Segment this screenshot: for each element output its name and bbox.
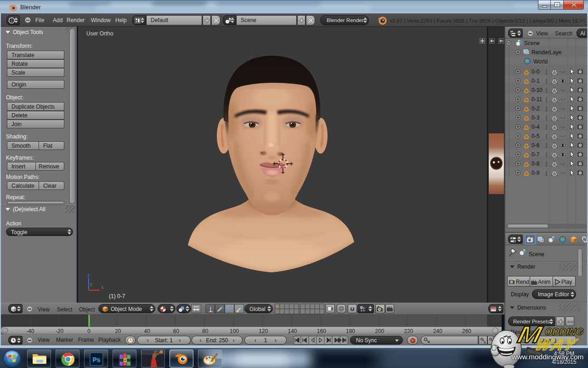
svg-text:0-8: 0-8 [531, 161, 540, 167]
svg-text:0-0: 0-0 [531, 69, 540, 75]
svg-text:|: | [546, 115, 547, 121]
svg-text:|: | [546, 96, 547, 103]
svg-text:0-9: 0-9 [531, 170, 540, 176]
svg-text:|: | [546, 78, 547, 84]
svg-text:0-11: 0-11 [531, 96, 542, 103]
svg-text:|: | [546, 124, 547, 130]
svg-text:0-1: 0-1 [531, 78, 540, 84]
svg-text:|: | [546, 161, 547, 167]
svg-text:|: | [546, 142, 547, 149]
svg-text:z: z [87, 273, 90, 278]
svg-text:World: World [533, 58, 548, 65]
svg-text:RenderLaye: RenderLaye [531, 49, 562, 56]
svg-text:Scene: Scene [524, 40, 540, 46]
svg-text:User Ortho: User Ortho [86, 30, 113, 37]
svg-text:0-7: 0-7 [531, 151, 540, 158]
svg-text:|: | [546, 69, 547, 75]
svg-text:0-6: 0-6 [531, 142, 540, 149]
svg-text:0-10: 0-10 [531, 87, 543, 93]
svg-text:(1) 0-7: (1) 0-7 [109, 293, 125, 299]
svg-text:0-3: 0-3 [531, 115, 540, 121]
svg-text:0-2: 0-2 [531, 105, 540, 112]
svg-text:x: x [101, 285, 103, 290]
svg-text:0-4: 0-4 [531, 124, 540, 130]
svg-text:|: | [546, 87, 547, 93]
svg-text:Ps: Ps [92, 356, 100, 363]
svg-text:0-5: 0-5 [531, 133, 540, 139]
svg-text:y: y [90, 282, 92, 287]
svg-text:|: | [546, 170, 547, 176]
svg-text:|: | [546, 105, 547, 112]
svg-text:|: | [546, 133, 547, 139]
svg-text:i: i [11, 18, 12, 23]
svg-text:|: | [546, 151, 547, 158]
